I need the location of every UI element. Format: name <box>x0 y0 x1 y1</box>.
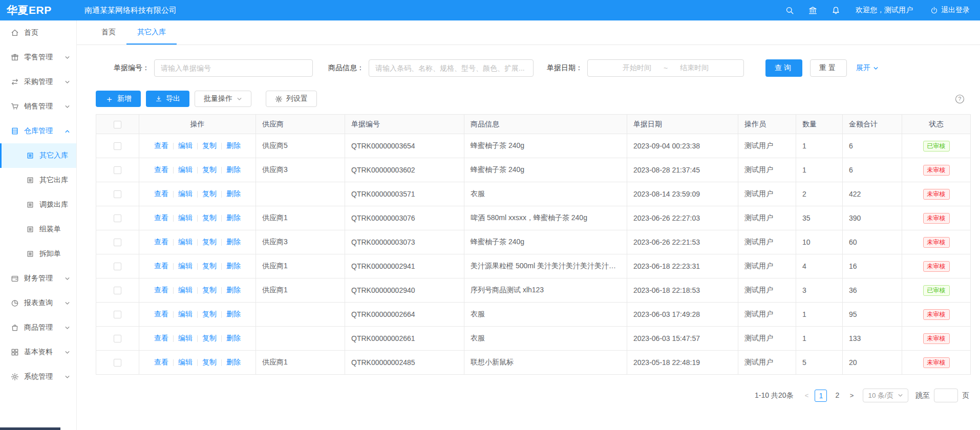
cell-supplier <box>256 303 345 327</box>
row-checkbox[interactable] <box>114 263 121 270</box>
action-copy-link[interactable]: 复制 <box>202 238 217 246</box>
action-view-link[interactable]: 查看 <box>154 189 168 198</box>
bell-icon[interactable] <box>832 6 840 15</box>
export-button[interactable]: 导出 <box>146 91 189 107</box>
action-edit-link[interactable]: 编辑 <box>178 213 193 222</box>
action-copy-link[interactable]: 复制 <box>202 334 217 342</box>
row-checkbox[interactable] <box>114 359 121 367</box>
product-info-input[interactable] <box>369 59 534 77</box>
search-icon[interactable] <box>785 6 794 15</box>
action-copy-link[interactable]: 复制 <box>202 286 217 294</box>
sidebar-item-disassembly[interactable]: 拆卸单 <box>0 242 76 266</box>
next-page-icon[interactable]: > <box>845 390 858 402</box>
action-edit-link[interactable]: 编辑 <box>178 262 193 270</box>
sidebar-item-system[interactable]: 系统管理 <box>0 364 76 389</box>
action-copy-link[interactable]: 复制 <box>202 141 217 149</box>
action-edit-link[interactable]: 编辑 <box>178 165 193 174</box>
top-header: 华夏ERP 南通某某网络科技有限公司 欢迎您，测试用户 退出登录 <box>0 0 980 20</box>
header-amount: 金额合计 <box>843 115 902 134</box>
action-copy-link[interactable]: 复制 <box>202 358 217 366</box>
page-number-1[interactable]: 1 <box>815 390 827 402</box>
header-operator: 操作员 <box>738 115 796 134</box>
sidebar-item-retail[interactable]: 零售管理 <box>0 45 76 70</box>
action-delete-link[interactable]: 删除 <box>226 358 241 366</box>
row-checkbox[interactable] <box>114 214 121 222</box>
row-checkbox[interactable] <box>114 142 121 150</box>
sidebar-item-sales[interactable]: 销售管理 <box>0 94 76 119</box>
select-all-checkbox[interactable] <box>114 121 121 128</box>
action-copy-link[interactable]: 复制 <box>202 262 217 270</box>
sidebar-item-purchase[interactable]: 采购管理 <box>0 70 76 94</box>
cell-supplier <box>256 327 345 351</box>
filter-row: 单据编号： 商品信息： 单据日期： 开始时间 ~ 结束时间 查询 重置 展开 <box>114 59 970 77</box>
action-view-link[interactable]: 查看 <box>154 165 168 174</box>
action-view-link[interactable]: 查看 <box>154 238 168 246</box>
action-copy-link[interactable]: 复制 <box>202 213 217 222</box>
action-delete-link[interactable]: 删除 <box>226 310 241 318</box>
sidebar-item-home[interactable]: 首页 <box>0 20 76 45</box>
action-delete-link[interactable]: 删除 <box>226 238 241 246</box>
logout-button[interactable]: 退出登录 <box>930 6 970 15</box>
column-settings-button[interactable]: 列设置 <box>266 91 317 107</box>
action-view-link[interactable]: 查看 <box>154 262 168 270</box>
date-range-picker[interactable]: 开始时间 ~ 结束时间 <box>587 59 744 77</box>
action-delete-link[interactable]: 删除 <box>226 262 241 270</box>
sidebar-item-other-outbound[interactable]: 其它出库 <box>0 168 76 192</box>
cell-operator: 测试用户 <box>738 182 796 206</box>
action-delete-link[interactable]: 删除 <box>226 286 241 294</box>
bill-no-input[interactable] <box>154 59 313 77</box>
action-copy-link[interactable]: 复制 <box>202 165 217 174</box>
prev-page-icon[interactable]: < <box>800 390 813 402</box>
finance-icon <box>11 274 19 283</box>
action-delete-link[interactable]: 删除 <box>226 334 241 342</box>
action-edit-link[interactable]: 编辑 <box>178 310 193 318</box>
action-delete-link[interactable]: 删除 <box>226 213 241 222</box>
row-checkbox[interactable] <box>114 166 121 174</box>
sidebar-item-product[interactable]: 商品管理 <box>0 315 76 340</box>
sidebar-item-report[interactable]: 报表查询 <box>0 291 76 315</box>
row-checkbox[interactable] <box>114 335 121 342</box>
action-delete-link[interactable]: 删除 <box>226 189 241 198</box>
help-icon[interactable]: ? <box>955 94 965 104</box>
action-view-link[interactable]: 查看 <box>154 310 168 318</box>
action-delete-link[interactable]: 删除 <box>226 141 241 149</box>
batch-actions-label: 批量操作 <box>204 94 232 103</box>
bank-icon[interactable] <box>808 6 817 15</box>
action-copy-link[interactable]: 复制 <box>202 189 217 198</box>
action-edit-link[interactable]: 编辑 <box>178 189 193 198</box>
action-edit-link[interactable]: 编辑 <box>178 141 193 149</box>
row-checkbox[interactable] <box>114 287 121 294</box>
action-view-link[interactable]: 查看 <box>154 358 168 366</box>
action-edit-link[interactable]: 编辑 <box>178 358 193 366</box>
action-edit-link[interactable]: 编辑 <box>178 286 193 294</box>
action-view-link[interactable]: 查看 <box>154 213 168 222</box>
add-button[interactable]: ＋ 新增 <box>96 91 141 107</box>
expand-link[interactable]: 展开 <box>856 63 879 73</box>
reset-button[interactable]: 重置 <box>810 59 847 77</box>
page-size-select[interactable]: 10 条/页 <box>863 389 908 402</box>
sidebar-item-other-inbound[interactable]: 其它入库 <box>0 143 76 168</box>
row-checkbox[interactable] <box>114 190 121 198</box>
sidebar-item-basic[interactable]: 基本资料 <box>0 340 76 364</box>
action-view-link[interactable]: 查看 <box>154 286 168 294</box>
action-edit-link[interactable]: 编辑 <box>178 334 193 342</box>
sidebar-item-finance[interactable]: 财务管理 <box>0 266 76 291</box>
sidebar-item-transfer-out[interactable]: 调拨出库 <box>0 192 76 217</box>
sidebar-scrollbar[interactable] <box>0 427 60 430</box>
page-number-2[interactable]: 2 <box>831 390 843 402</box>
sidebar-item-warehouse[interactable]: 仓库管理 <box>0 119 76 143</box>
action-view-link[interactable]: 查看 <box>154 334 168 342</box>
action-delete-link[interactable]: 删除 <box>226 165 241 174</box>
sidebar-item-assembly[interactable]: 组装单 <box>0 217 76 242</box>
action-view-link[interactable]: 查看 <box>154 141 168 149</box>
action-edit-link[interactable]: 编辑 <box>178 238 193 246</box>
cell-qty: 3 <box>796 278 843 303</box>
row-checkbox[interactable] <box>114 311 121 318</box>
jump-page-input[interactable] <box>934 389 958 402</box>
action-copy-link[interactable]: 复制 <box>202 310 217 318</box>
search-button[interactable]: 查询 <box>765 59 802 77</box>
tab-other-inbound[interactable]: 其它入库 <box>126 20 177 45</box>
batch-actions-button[interactable]: 批量操作 <box>195 91 251 107</box>
row-checkbox[interactable] <box>114 239 121 246</box>
tab-home[interactable]: 首页 <box>91 20 126 45</box>
